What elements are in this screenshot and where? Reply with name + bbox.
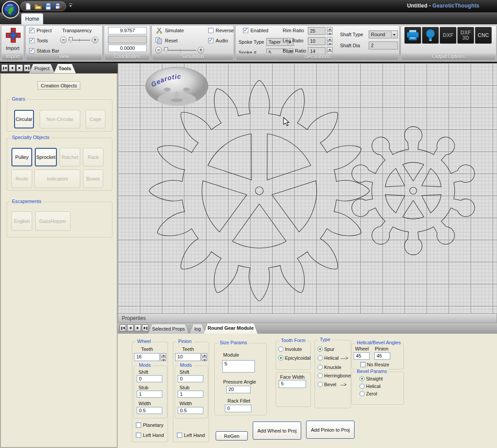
- regen-button[interactable]: ReGen: [216, 431, 248, 440]
- ratchet-button: Ratchet: [60, 148, 80, 166]
- angles-pinion-field[interactable]: 45: [374, 352, 390, 360]
- simulate-button[interactable]: Simulate: [165, 28, 184, 33]
- transparency-slider-thumb[interactable]: [69, 37, 73, 43]
- sidebar-nav-first-icon[interactable]: [1, 64, 8, 72]
- simulation-minus-icon[interactable]: −: [155, 47, 162, 53]
- rim-ratio-field[interactable]: 25: [308, 27, 325, 35]
- decorations-enabled-checkbox[interactable]: [243, 28, 248, 33]
- pinion-teeth-field[interactable]: 10: [175, 353, 201, 361]
- dxf-button[interactable]: DXF: [440, 27, 456, 44]
- reverse-checkbox[interactable]: [208, 28, 213, 33]
- tab-round-gear-module[interactable]: Round Gear Module: [204, 324, 258, 334]
- simulation-speed-slider[interactable]: − +: [155, 47, 204, 54]
- helical-radio[interactable]: [318, 355, 323, 361]
- bulb-button[interactable]: [422, 27, 439, 44]
- spur-radio[interactable]: [318, 346, 323, 352]
- sprocket-button[interactable]: Sprocket: [35, 148, 57, 166]
- pinion-left-hand-label: Left Hand: [184, 433, 205, 438]
- bevel-radio[interactable]: [318, 382, 323, 387]
- involute-radio[interactable]: [278, 346, 284, 352]
- pressure-angle-field[interactable]: 20: [226, 386, 250, 393]
- transparency-slider[interactable]: − +: [60, 37, 100, 44]
- import-icon[interactable]: [5, 27, 22, 45]
- rack-fillet-field[interactable]: 0: [225, 405, 251, 412]
- quick-access-customize-chevron-icon[interactable]: [69, 4, 73, 8]
- reset-icon: [155, 37, 162, 46]
- simulation-plus-icon[interactable]: +: [198, 47, 204, 53]
- circular-gear-button[interactable]: Circular: [14, 110, 34, 128]
- wheel-teeth-field[interactable]: 16: [134, 353, 160, 361]
- sidebar-nav-next-icon[interactable]: [16, 64, 23, 72]
- non-circular-gear-button: Non-Circular: [40, 110, 80, 128]
- wheel-planetary-checkbox[interactable]: [136, 422, 141, 428]
- straight-radio[interactable]: [359, 376, 365, 381]
- transparency-plus-icon[interactable]: +: [92, 37, 98, 43]
- props-nav-first-icon[interactable]: [120, 324, 126, 331]
- rack-button: Rack: [83, 148, 104, 166]
- pinion-width-field[interactable]: 0.5: [178, 407, 203, 414]
- no-resize-checkbox[interactable]: [360, 362, 366, 367]
- wheel-shift-field[interactable]: 0: [137, 375, 162, 382]
- sidebar-nav-prev-icon[interactable]: [9, 64, 15, 72]
- helical-arrow: --->: [340, 355, 348, 361]
- reset-button[interactable]: Reset: [165, 38, 178, 43]
- pinion-shift-field[interactable]: 0: [178, 375, 203, 382]
- herringbone-radio[interactable]: [318, 373, 323, 378]
- open-folder-icon[interactable]: [34, 3, 42, 10]
- drawing-canvas[interactable]: Gearotic: [118, 63, 497, 313]
- knuckle-radio[interactable]: [318, 365, 323, 370]
- transparency-minus-icon[interactable]: −: [60, 37, 67, 43]
- new-document-icon[interactable]: [24, 3, 32, 10]
- project-checkbox[interactable]: [29, 28, 34, 33]
- application-window: Untitled - GearoticThoughts Home: [0, 0, 497, 448]
- module-field[interactable]: 5: [222, 360, 255, 373]
- pinion-teeth-spinner[interactable]: [202, 353, 207, 361]
- print-button[interactable]: [404, 27, 421, 44]
- sidebar-tab-tools[interactable]: Tools: [54, 64, 76, 73]
- save-icon[interactable]: [45, 3, 52, 10]
- sidebar-tab-project[interactable]: Project: [29, 64, 55, 73]
- epicycloidal-radio[interactable]: [278, 355, 284, 361]
- dxf-3d-button[interactable]: DXF 3D: [457, 27, 474, 44]
- tab-home[interactable]: Home: [21, 13, 43, 24]
- status-bar-checkbox[interactable]: [29, 48, 34, 53]
- props-nav-prev-icon[interactable]: [127, 324, 134, 331]
- tools-checkbox[interactable]: [29, 38, 34, 43]
- face-width-field[interactable]: 5: [279, 380, 306, 388]
- document-title: Untitled -: [407, 3, 431, 9]
- save-as-icon[interactable]: [55, 3, 62, 10]
- bevel-helical-radio[interactable]: [359, 384, 365, 389]
- props-nav-next-icon[interactable]: [135, 324, 141, 331]
- leg-ratio-field[interactable]: 10: [308, 37, 325, 45]
- tab-selected-props[interactable]: Selected Props: [148, 324, 189, 334]
- leg-ratio-spinner[interactable]: [327, 37, 333, 45]
- gasshopper-escapement-button: GassHopper: [35, 211, 71, 231]
- coordinate-y-field[interactable]: 0.0000: [108, 45, 147, 52]
- shaft-dia-field[interactable]: 2: [369, 41, 398, 49]
- pinion-left-hand-checkbox[interactable]: [177, 433, 182, 438]
- shaft-type-dropdown-arrow-icon[interactable]: [391, 31, 397, 38]
- pulley-button[interactable]: Pulley: [11, 148, 32, 166]
- wheel-width-field[interactable]: 0.5: [137, 407, 162, 414]
- add-wheel-to-proj-button[interactable]: Add Wheel to Proj: [253, 422, 301, 440]
- props-nav-last-icon[interactable]: [142, 324, 149, 331]
- wheel-left-hand-checkbox[interactable]: [136, 433, 141, 438]
- coordinate-x-field[interactable]: 9.9757: [108, 27, 147, 34]
- gears-group-title: Gears: [10, 96, 27, 102]
- application-menu-button[interactable]: [1, 0, 20, 19]
- wheel-stub-field[interactable]: 1: [137, 391, 162, 398]
- cnc-button[interactable]: CNC: [475, 27, 492, 44]
- add-pinion-to-proj-button[interactable]: Add Pinion to Proj: [306, 421, 355, 439]
- zerol-radio[interactable]: [359, 391, 365, 396]
- import-button-label[interactable]: Import: [1, 45, 24, 51]
- angles-wheel-field[interactable]: 45: [354, 352, 370, 360]
- audio-checkbox[interactable]: [208, 38, 213, 43]
- shaft-type-dropdown[interactable]: Round: [369, 30, 398, 38]
- spoke-type-value: Taper: [269, 39, 281, 45]
- sidebar-nav-last-icon[interactable]: [24, 64, 30, 72]
- tab-log[interactable]: log: [190, 324, 206, 334]
- simulation-slider-thumb[interactable]: [164, 47, 168, 53]
- wheel-teeth-spinner[interactable]: [161, 353, 166, 361]
- pinion-stub-field[interactable]: 1: [178, 391, 203, 398]
- rim-ratio-spinner[interactable]: [327, 27, 333, 35]
